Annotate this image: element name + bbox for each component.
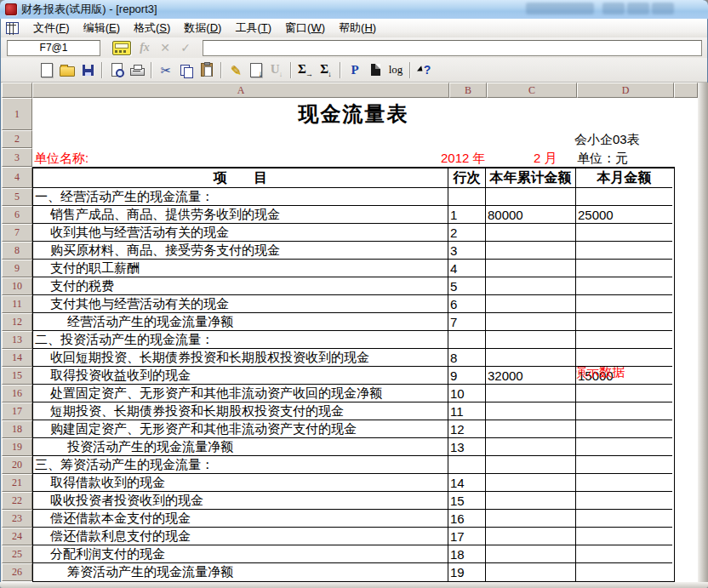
cell-D23[interactable]	[576, 510, 672, 528]
cell-B24[interactable]: 17	[448, 528, 486, 545]
header-month-amount[interactable]: 本月金额	[576, 168, 672, 188]
row-header-3[interactable]: 3	[2, 148, 32, 167]
column-header-B[interactable]: B	[449, 83, 487, 98]
row-header-19[interactable]: 19	[2, 438, 32, 456]
cell-B19[interactable]: 13	[448, 438, 486, 456]
row-header-15[interactable]: 15	[2, 367, 32, 385]
cell-A24[interactable]: 偿还借款利息支付的现金	[33, 528, 448, 545]
cell-A16[interactable]: 处置固定资产、无形资产和其他非流动资产收回的现金净额	[33, 385, 448, 402]
cell-D25[interactable]	[576, 545, 672, 563]
unit-name-label[interactable]: 单位名称:	[34, 151, 88, 167]
cell-C11[interactable]	[486, 295, 576, 313]
row-header-13[interactable]: 13	[2, 331, 32, 349]
cell-C5[interactable]	[486, 188, 576, 206]
row-header-10[interactable]: 10	[2, 277, 32, 295]
row-header-24[interactable]: 24	[2, 528, 32, 545]
confirm-entry-icon[interactable]: ✓	[179, 41, 192, 54]
cell-A17[interactable]: 短期投资、长期债券投资和长期股权投资支付的现金	[33, 402, 448, 420]
edit-pen-icon[interactable]: ✎	[226, 60, 246, 80]
cell-D13[interactable]	[576, 331, 672, 349]
sum-column-icon[interactable]: Σ↓	[316, 60, 336, 80]
cell-A13[interactable]: 二、投资活动产生的现金流量：	[33, 331, 448, 349]
row-header-20[interactable]: 20	[2, 456, 32, 474]
cell-C26[interactable]	[486, 563, 576, 581]
cell-B16[interactable]: 10	[448, 385, 486, 402]
cell-B6[interactable]: 1	[448, 206, 486, 224]
cell-C23[interactable]	[486, 510, 576, 528]
row-header-23[interactable]: 23	[2, 510, 32, 528]
cell-A14[interactable]: 收回短期投资、长期债券投资和长期股权投资收到的现金	[33, 349, 448, 367]
cell-D9[interactable]	[576, 260, 672, 277]
cell-A26[interactable]: 筹资活动产生的现金流量净额	[33, 563, 448, 581]
row-header-12[interactable]: 12	[2, 313, 32, 331]
paste-icon[interactable]	[197, 60, 217, 80]
cell-A7[interactable]: 收到其他与经营活动有关的现金	[33, 224, 448, 242]
menu-item-s[interactable]: 格式(S)	[127, 19, 177, 37]
cell-C18[interactable]	[486, 420, 576, 438]
cell-C14[interactable]	[486, 349, 576, 367]
sum-row-icon[interactable]: Σ→	[295, 60, 316, 80]
row-header-7[interactable]: 7	[2, 224, 32, 242]
column-header-C[interactable]: C	[487, 83, 577, 98]
cell-C20[interactable]	[486, 456, 576, 474]
cell-B8[interactable]: 3	[448, 242, 486, 260]
cell-B25[interactable]: 18	[448, 545, 486, 563]
cell-C10[interactable]	[486, 277, 576, 295]
cancel-entry-icon[interactable]: ✕	[158, 41, 172, 54]
cell-C6[interactable]: 80000	[486, 206, 576, 224]
row-header-4[interactable]: 4	[2, 167, 32, 188]
cell-B12[interactable]: 7	[448, 313, 486, 331]
cell-B10[interactable]: 5	[448, 277, 486, 295]
menu-item-h[interactable]: 帮助(H)	[332, 19, 383, 37]
menu-item-e[interactable]: 编辑(E)	[77, 19, 127, 37]
cell-C7[interactable]	[486, 224, 576, 242]
cell-B17[interactable]: 11	[448, 402, 486, 420]
menu-item-t[interactable]: 工具(T)	[228, 19, 278, 37]
column-header-D[interactable]: D	[577, 83, 674, 98]
cell-D5[interactable]	[576, 188, 672, 206]
cell-A20[interactable]: 三、筹资活动产生的现金流量：	[33, 456, 448, 474]
cell-B15[interactable]: 9	[448, 367, 486, 385]
cell-D6[interactable]: 25000	[576, 206, 672, 224]
log-icon[interactable]: log	[385, 60, 406, 80]
column-header-A[interactable]: A	[32, 83, 449, 98]
cell-C22[interactable]	[486, 492, 576, 510]
cell-D12[interactable]	[576, 313, 672, 331]
menu-item-f[interactable]: 文件(F)	[26, 19, 77, 37]
form-code[interactable]: 会小企03表	[574, 132, 640, 148]
cell-C21[interactable]	[486, 474, 576, 492]
cell-C19[interactable]	[486, 438, 576, 456]
header-line-no[interactable]: 行次	[448, 168, 486, 188]
cell-B7[interactable]: 2	[448, 224, 486, 242]
cell-A15[interactable]: 取得投资收益收到的现金	[33, 367, 448, 385]
print-p-icon[interactable]: P	[345, 60, 365, 80]
row-header-9[interactable]: 9	[2, 260, 32, 277]
help-icon[interactable]: ?	[414, 60, 435, 80]
cell-C12[interactable]	[486, 313, 576, 331]
report-title[interactable]: 现金流量表	[299, 100, 409, 128]
cell-B18[interactable]: 12	[448, 420, 486, 438]
cell-C25[interactable]	[486, 545, 576, 563]
cell-D26[interactable]	[576, 563, 672, 581]
formula-input[interactable]	[203, 40, 702, 56]
cell-A10[interactable]: 支付的税费	[33, 277, 448, 295]
function-wizard-icon[interactable]: fx	[138, 41, 151, 54]
black-page-icon[interactable]	[365, 60, 385, 80]
cell-A19[interactable]: 投资活动产生的现金流量净额	[33, 438, 448, 456]
cell-D7[interactable]	[576, 224, 672, 242]
cell-B20[interactable]	[448, 456, 486, 474]
cell-D8[interactable]	[576, 242, 672, 260]
cell-D14[interactable]	[576, 349, 672, 367]
header-item[interactable]: 项 目	[33, 168, 448, 188]
cell-B21[interactable]: 14	[448, 474, 486, 492]
title-bar[interactable]: 财务报表(试用版) - [report3]	[0, 0, 708, 20]
menu-item-d[interactable]: 数据(D)	[177, 19, 228, 37]
open-file-icon[interactable]	[57, 60, 77, 80]
sort-icon[interactable]: ↓	[246, 60, 266, 80]
row-header-6[interactable]: 6	[2, 206, 32, 224]
report-month[interactable]: 2 月	[534, 151, 557, 167]
row-header-25[interactable]: 25	[2, 545, 32, 563]
cell-C24[interactable]	[486, 528, 576, 545]
document-icon[interactable]	[6, 22, 19, 34]
header-year-total[interactable]: 本年累计金额	[486, 168, 576, 188]
